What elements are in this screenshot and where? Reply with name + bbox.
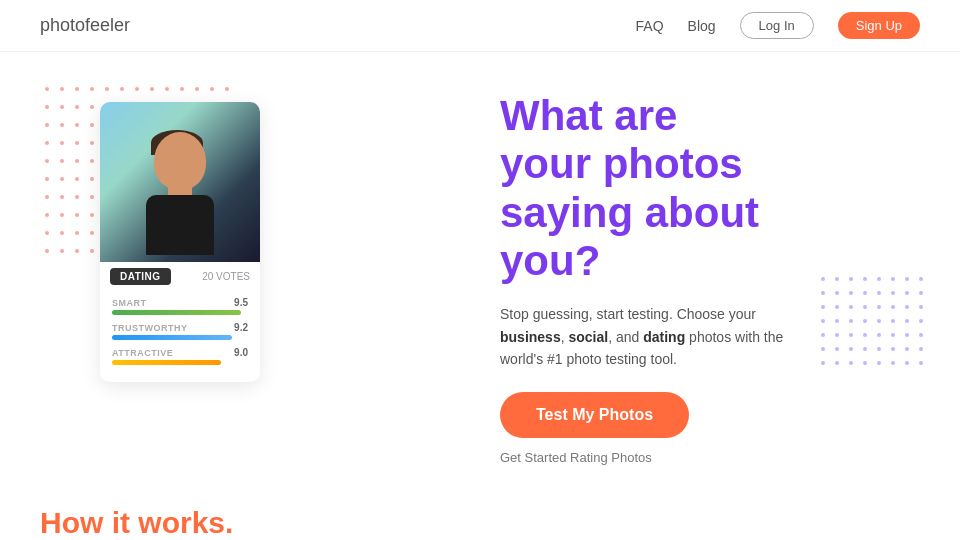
- purple-dot: [849, 305, 853, 309]
- purple-dot: [821, 347, 825, 351]
- navbar: photofeeler FAQ Blog Log In Sign Up: [0, 0, 960, 52]
- pink-dot: [75, 231, 79, 235]
- pink-dot: [75, 105, 79, 109]
- purple-dot: [877, 333, 881, 337]
- purple-dot: [835, 361, 839, 365]
- face: [154, 132, 206, 190]
- purple-dot: [919, 361, 923, 365]
- stat-smart: SMART 9.5: [112, 297, 248, 315]
- purple-dot: [849, 291, 853, 295]
- pink-dot: [90, 159, 94, 163]
- pink-dot: [90, 213, 94, 217]
- pink-dot: [45, 249, 49, 253]
- pink-dot: [90, 123, 94, 127]
- main-content: DATING 20 VOTES SMART 9.5: [0, 52, 960, 540]
- purple-dot: [849, 277, 853, 281]
- pink-dot: [60, 123, 64, 127]
- pink-dot: [180, 87, 184, 91]
- trustworthy-value: 9.2: [234, 322, 248, 333]
- purple-dot: [821, 319, 825, 323]
- blog-link[interactable]: Blog: [688, 18, 716, 34]
- purple-dot: [905, 361, 909, 365]
- purple-dot: [877, 319, 881, 323]
- pink-dot: [60, 141, 64, 145]
- purple-dot: [849, 361, 853, 365]
- purple-dot: [919, 305, 923, 309]
- pink-dot: [60, 213, 64, 217]
- pink-dot: [60, 231, 64, 235]
- attractive-bar: [112, 360, 221, 365]
- purple-dot: [863, 347, 867, 351]
- pink-dot: [75, 249, 79, 253]
- pink-dot: [75, 141, 79, 145]
- purple-dot: [905, 347, 909, 351]
- purple-dot: [905, 305, 909, 309]
- pink-dot: [225, 87, 229, 91]
- purple-dot: [919, 291, 923, 295]
- smart-value: 9.5: [234, 297, 248, 308]
- pink-dot: [45, 105, 49, 109]
- purple-dots-decoration: [816, 272, 928, 370]
- pink-dot: [45, 213, 49, 217]
- purple-dot: [835, 333, 839, 337]
- hero-description: Stop guessing, start testing. Choose you…: [500, 303, 800, 370]
- smart-label: SMART: [112, 298, 147, 308]
- purple-dot: [919, 319, 923, 323]
- photo-bg: [100, 102, 260, 262]
- trustworthy-bar: [112, 335, 232, 340]
- pink-dot: [90, 105, 94, 109]
- pink-dot: [60, 195, 64, 199]
- pink-dot: [60, 105, 64, 109]
- purple-dot: [919, 333, 923, 337]
- pink-dot: [90, 177, 94, 181]
- faq-link[interactable]: FAQ: [636, 18, 664, 34]
- purple-dot: [821, 277, 825, 281]
- pink-dot: [75, 177, 79, 181]
- purple-dot: [891, 333, 895, 337]
- pink-dot: [120, 87, 124, 91]
- purple-dot: [821, 305, 825, 309]
- attractive-label: ATTRACTIVE: [112, 348, 173, 358]
- purple-dot: [919, 277, 923, 281]
- login-button[interactable]: Log In: [740, 12, 814, 39]
- how-title: How it works.: [40, 506, 920, 540]
- purple-dot: [891, 347, 895, 351]
- purple-dot: [905, 333, 909, 337]
- pink-dot: [60, 159, 64, 163]
- smart-bar: [112, 310, 241, 315]
- body: [146, 195, 214, 255]
- purple-dot: [863, 305, 867, 309]
- trustworthy-label: TRUSTWORTHY: [112, 323, 188, 333]
- logo: photofeeler: [40, 15, 130, 36]
- purple-dot: [835, 291, 839, 295]
- person-silhouette: [140, 122, 220, 262]
- hero-title: What areyour photossaying aboutyou?: [500, 92, 920, 285]
- purple-dot: [863, 291, 867, 295]
- pink-dot: [90, 141, 94, 145]
- purple-dot: [863, 319, 867, 323]
- pink-dot: [60, 87, 64, 91]
- purple-dot: [821, 291, 825, 295]
- purple-dot: [849, 319, 853, 323]
- purple-dot: [919, 347, 923, 351]
- pink-dot: [60, 177, 64, 181]
- pink-dot: [135, 87, 139, 91]
- pink-dot: [165, 87, 169, 91]
- purple-dot: [835, 277, 839, 281]
- test-my-photos-button[interactable]: Test My Photos: [500, 392, 689, 438]
- hero-section: DATING 20 VOTES SMART 9.5: [0, 52, 960, 486]
- purple-dot: [835, 319, 839, 323]
- purple-dot: [821, 333, 825, 337]
- purple-dot: [877, 305, 881, 309]
- photo-image: [100, 102, 260, 262]
- pink-dot: [75, 195, 79, 199]
- pink-dot: [45, 231, 49, 235]
- pink-dot: [150, 87, 154, 91]
- pink-dot: [90, 87, 94, 91]
- purple-dot: [891, 305, 895, 309]
- signup-button[interactable]: Sign Up: [838, 12, 920, 39]
- purple-dot: [877, 291, 881, 295]
- attractive-value: 9.0: [234, 347, 248, 358]
- purple-dot: [891, 291, 895, 295]
- purple-dot: [863, 277, 867, 281]
